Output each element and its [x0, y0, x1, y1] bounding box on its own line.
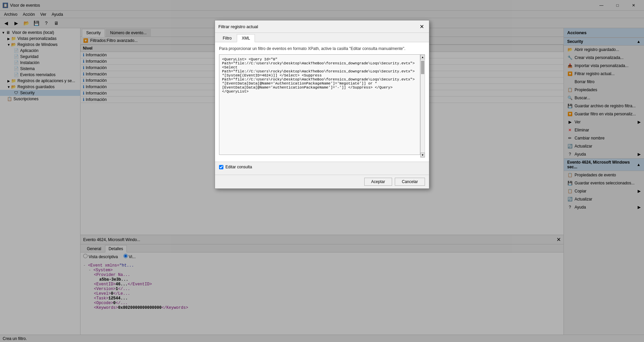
- modal-overlay: Filtrar registro actual ✕ Filtro XML Par…: [0, 0, 644, 342]
- modal-body: Para proporcionar un filtro de eventos e…: [215, 42, 429, 162]
- scroll-up-btn[interactable]: ▲: [420, 55, 425, 59]
- checkbox-label: Editar consulta: [225, 165, 252, 169]
- modal-info-text: Para proporcionar un filtro de eventos e…: [219, 46, 425, 51]
- accept-button[interactable]: Aceptar: [364, 178, 392, 186]
- xml-scrollbar[interactable]: ▲ ▼: [420, 54, 425, 158]
- filter-modal: Filtrar registro actual ✕ Filtro XML Par…: [215, 20, 429, 189]
- modal-tabs: Filtro XML: [215, 33, 429, 42]
- modal-tab-filtro[interactable]: Filtro: [218, 34, 237, 42]
- cancel-button[interactable]: Cancelar: [395, 178, 425, 186]
- edit-query-checkbox[interactable]: [219, 165, 223, 169]
- modal-buttons: Aceptar Cancelar: [215, 175, 429, 188]
- modal-title-bar: Filtrar registro actual ✕: [215, 20, 429, 33]
- modal-close-button[interactable]: ✕: [418, 22, 426, 31]
- modal-footer: Editar consulta: [215, 162, 429, 175]
- modal-tab-xml[interactable]: XML: [237, 34, 255, 42]
- modal-xml-textarea[interactable]: <QueryList> <Query Id="0" Path="file://C…: [219, 54, 420, 155]
- modal-xml-wrapper: <QueryList> <Query Id="0" Path="file://C…: [219, 54, 425, 158]
- modal-title: Filtrar registro actual: [218, 24, 258, 29]
- scroll-thumb[interactable]: [421, 61, 424, 74]
- checkbox-row: Editar consulta: [219, 165, 425, 169]
- scroll-down-btn[interactable]: ▼: [420, 153, 425, 157]
